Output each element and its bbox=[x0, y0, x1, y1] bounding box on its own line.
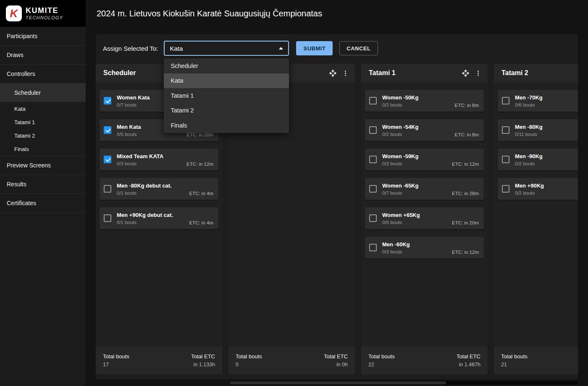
assign-label: Assign Selected To: bbox=[103, 45, 158, 52]
sidebar: K KUMITE TECHNOLOGY Participants Draws C… bbox=[0, 0, 86, 386]
assign-target-select[interactable]: Kata bbox=[164, 41, 289, 56]
card-title: Men -70Kg bbox=[515, 94, 578, 101]
card-title: Women +65Kg bbox=[382, 212, 479, 218]
card-bouts: 0/11 bouts bbox=[515, 132, 578, 137]
move-icon[interactable] bbox=[327, 68, 338, 78]
checkbox[interactable] bbox=[369, 97, 377, 104]
card-etc: ETC: in 12m bbox=[186, 162, 213, 167]
card-title: Men +90Kg bbox=[515, 183, 578, 189]
total-etc-label: Total ETC bbox=[324, 353, 348, 360]
kebab-menu-icon[interactable] bbox=[472, 68, 483, 78]
submit-button[interactable]: SUBMIT bbox=[296, 41, 333, 55]
option-kata[interactable]: Kata bbox=[164, 73, 289, 89]
checkbox[interactable] bbox=[369, 185, 377, 193]
card-title: Men -60Kg bbox=[382, 241, 479, 248]
category-card[interactable]: Mixed Team KATA 0/3 bouts ETC: in 12m bbox=[100, 149, 218, 170]
sidebar-item-preview-screens[interactable]: Preview Screens bbox=[0, 156, 86, 175]
kebab-menu-icon[interactable] bbox=[340, 68, 351, 78]
card-etc: ETC: in 28m bbox=[452, 191, 479, 196]
column-footer: Total bouts 21 bbox=[494, 347, 578, 374]
checkbox[interactable] bbox=[104, 185, 111, 193]
horizontal-scrollbar-thumb[interactable] bbox=[230, 381, 446, 384]
total-bouts-label: Total bouts bbox=[501, 353, 528, 360]
checkbox[interactable] bbox=[502, 185, 509, 193]
card-etc: ETC: in 12m bbox=[452, 162, 479, 167]
card-title: Women -65Kg bbox=[382, 183, 479, 189]
sidebar-item-tatami-2[interactable]: Tatami 2 bbox=[0, 129, 86, 142]
column-body: Men -70Kg 0/6 bouts Men -80Kg 0/11 bouts bbox=[494, 82, 578, 347]
checkbox[interactable] bbox=[502, 156, 509, 163]
column-title: Tatami 1 bbox=[369, 69, 458, 77]
sidebar-item-controllers[interactable]: Controllers bbox=[0, 65, 86, 83]
option-scheduler[interactable]: Scheduler bbox=[164, 58, 289, 73]
horizontal-scrollbar[interactable] bbox=[229, 381, 578, 385]
card-bouts: 0/2 bouts bbox=[515, 161, 578, 166]
sidebar-item-scheduler[interactable]: Scheduler bbox=[0, 83, 86, 102]
card-bouts: 0/2 bouts bbox=[515, 190, 578, 196]
checkbox[interactable] bbox=[369, 156, 377, 163]
total-etc-value: in 1.133h bbox=[191, 362, 215, 368]
column-header: Tatami 1 bbox=[361, 64, 488, 82]
card-etc: ETC: in 8m bbox=[454, 103, 479, 108]
card-etc: ETC: in 12m bbox=[452, 250, 479, 255]
checkbox[interactable] bbox=[104, 156, 111, 163]
category-card[interactable]: Women +65Kg 0/5 bouts ETC: in 20m bbox=[365, 207, 484, 229]
checkbox[interactable] bbox=[104, 214, 111, 222]
column-tatami-2: Tatami 2 Men -70Kg 0/6 bouts Men -80Kg bbox=[494, 64, 578, 374]
card-etc: ETC: in 4m bbox=[189, 220, 213, 225]
sidebar-item-certificates[interactable]: Certificates bbox=[0, 194, 86, 213]
move-icon[interactable] bbox=[460, 68, 471, 78]
sidebar-item-finals[interactable]: Finals bbox=[0, 142, 86, 156]
column-body: Women -50Kg 0/2 bouts ETC: in 8m Women -… bbox=[361, 82, 488, 347]
logo-k-icon: K bbox=[6, 5, 22, 21]
column-footer: Total bouts 22 Total ETC in 1.467h bbox=[361, 347, 488, 374]
sidebar-item-draws[interactable]: Draws bbox=[0, 46, 86, 65]
card-title: Women -59Kg bbox=[382, 153, 479, 159]
card-etc: ETC: in 20m bbox=[186, 132, 213, 137]
category-card[interactable]: Men -60Kg 0/3 bouts ETC: in 12m bbox=[365, 237, 484, 258]
category-card[interactable]: Women -65Kg 0/7 bouts ETC: in 28m bbox=[365, 178, 484, 200]
category-card[interactable]: Women -59Kg 0/3 bouts ETC: in 12m bbox=[365, 149, 484, 170]
option-finals[interactable]: Finals bbox=[164, 118, 289, 133]
assign-target-value: Kata bbox=[170, 45, 183, 52]
category-card[interactable]: Men -80Kg debut cat. 0/1 bouts ETC: in 4… bbox=[100, 178, 218, 200]
sidebar-item-kata[interactable]: Kata bbox=[0, 102, 86, 115]
checkbox[interactable] bbox=[502, 126, 509, 134]
sidebar-item-participants[interactable]: Participants bbox=[0, 27, 86, 46]
option-tatami-2[interactable]: Tatami 2 bbox=[164, 103, 289, 118]
cancel-button[interactable]: CANCEL bbox=[339, 41, 378, 55]
assign-target-menu: Scheduler Kata Tatami 1 Tatami 2 Finals bbox=[164, 58, 289, 133]
card-title: Women -50Kg bbox=[382, 94, 479, 101]
category-card[interactable]: Men -80Kg 0/11 bouts bbox=[498, 119, 578, 141]
checkbox[interactable] bbox=[369, 214, 377, 222]
brand-tagline: TECHNOLOGY bbox=[26, 15, 63, 20]
sidebar-item-tatami-1[interactable]: Tatami 1 bbox=[0, 115, 86, 129]
app-logo: K KUMITE TECHNOLOGY bbox=[0, 0, 86, 27]
checkbox[interactable] bbox=[369, 126, 377, 134]
checkbox[interactable] bbox=[502, 97, 509, 104]
category-card[interactable]: Women -54Kg 0/2 bouts ETC: in 8m bbox=[365, 119, 484, 141]
checkbox[interactable] bbox=[104, 126, 111, 134]
category-card[interactable]: Women -50Kg 0/2 bouts ETC: in 8m bbox=[365, 90, 484, 112]
category-card[interactable]: Men -70Kg 0/6 bouts bbox=[498, 90, 578, 112]
option-tatami-1[interactable]: Tatami 1 bbox=[164, 88, 289, 103]
category-card[interactable]: Men +90Kg 0/2 bouts bbox=[498, 178, 578, 200]
card-title: Men +90Kg debut cat. bbox=[117, 212, 213, 218]
brand-name: KUMITE bbox=[26, 7, 63, 15]
sidebar-item-results[interactable]: Results bbox=[0, 175, 86, 194]
total-bouts-value: 17 bbox=[103, 362, 129, 368]
page-header: 2024 m. Lietuvos Kiokušin Karatė Suaugus… bbox=[86, 0, 588, 27]
category-card[interactable]: Men +90Kg debut cat. 0/1 bouts ETC: in 4… bbox=[100, 207, 218, 229]
checkbox[interactable] bbox=[104, 97, 111, 104]
card-title: Men -90Kg bbox=[515, 153, 578, 159]
column-title: Tatami 2 bbox=[501, 69, 578, 77]
total-bouts-value: 22 bbox=[368, 362, 395, 368]
total-bouts-value: 0 bbox=[236, 362, 262, 368]
page-title: 2024 m. Lietuvos Kiokušin Karatė Suaugus… bbox=[97, 9, 322, 18]
total-etc-label: Total ETC bbox=[191, 353, 215, 360]
checkbox[interactable] bbox=[369, 244, 377, 251]
card-etc: ETC: in 8m bbox=[454, 132, 479, 137]
assign-bar: Assign Selected To: Kata Scheduler Kata … bbox=[96, 34, 578, 62]
category-card[interactable]: Men -90Kg 0/2 bouts bbox=[498, 149, 578, 170]
column-tatami-1: Tatami 1 Women -50Kg 0/2 bouts ETC: in 8… bbox=[361, 64, 488, 374]
